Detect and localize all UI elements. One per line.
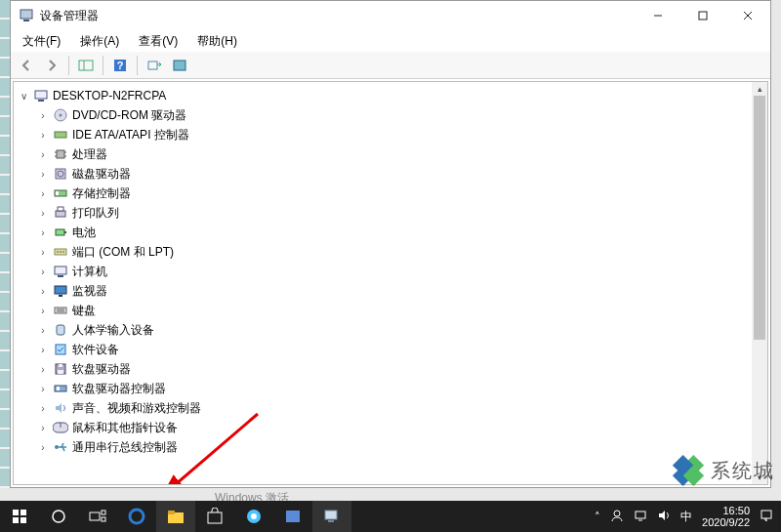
tree-item[interactable]: ›存储控制器 (14, 184, 752, 203)
expand-icon[interactable]: › (37, 246, 49, 258)
menu-file[interactable]: 文件(F) (17, 31, 66, 52)
tray-chevron-up-icon[interactable]: ˄ (595, 511, 600, 523)
expand-icon[interactable]: › (37, 305, 49, 316)
printer-icon (53, 205, 68, 221)
svg-rect-46 (55, 386, 66, 391)
taskbar-app-generic[interactable] (273, 501, 312, 532)
svg-rect-16 (55, 132, 66, 138)
taskbar-app-edge[interactable] (117, 501, 156, 532)
close-button[interactable] (725, 1, 770, 30)
cortana-button[interactable] (39, 501, 78, 532)
tree-item[interactable]: ›鼠标和其他指针设备 (14, 418, 752, 437)
expand-icon[interactable]: › (37, 441, 49, 453)
expand-icon[interactable]: › (37, 148, 49, 160)
tray-notifications-icon[interactable] (760, 509, 773, 524)
svg-rect-61 (21, 517, 26, 523)
tree-item[interactable]: ›软件设备 (14, 340, 752, 359)
tray-network-icon[interactable] (634, 509, 647, 524)
expand-icon[interactable]: › (37, 109, 49, 121)
tree-item[interactable]: ›人体学输入设备 (14, 320, 752, 340)
tree-root[interactable]: ∨ DESKTOP-N2FRCPA (14, 86, 752, 105)
expand-icon[interactable]: › (37, 344, 49, 355)
svg-point-71 (251, 513, 257, 519)
svg-rect-44 (59, 364, 62, 367)
keyboard-icon (53, 303, 68, 318)
tree-item[interactable]: ›监视器 (14, 281, 752, 301)
pc-icon (53, 264, 68, 279)
expand-icon[interactable]: › (37, 187, 49, 199)
svg-rect-37 (59, 295, 62, 297)
tree-item[interactable]: ›处理器 (14, 144, 752, 164)
minimize-button[interactable] (636, 1, 680, 30)
expand-icon[interactable]: › (37, 129, 49, 141)
tray-people-icon[interactable] (610, 509, 624, 524)
device-tree[interactable]: ∨ DESKTOP-N2FRCPA ›DVD/CD-ROM 驱动器›IDE AT… (14, 82, 752, 484)
expand-icon[interactable]: › (37, 324, 49, 336)
svg-rect-42 (56, 345, 65, 354)
tree-item[interactable]: ›软盘驱动器 (14, 359, 752, 379)
expand-icon[interactable]: › (37, 363, 49, 375)
taskbar-app-device-manager[interactable] (312, 501, 351, 532)
menu-action[interactable]: 操作(A) (74, 31, 125, 52)
tree-item[interactable]: ›声音、视频和游戏控制器 (14, 398, 752, 418)
tray-ime-icon[interactable]: 中 (680, 509, 692, 525)
expand-icon[interactable]: › (37, 402, 49, 414)
svg-rect-11 (174, 61, 185, 70)
tree-item-label: 人体学输入设备 (72, 322, 154, 339)
clock-time: 16:50 (702, 505, 750, 516)
sound-icon (53, 400, 68, 416)
tree-item-label: 鼠标和其他指针设备 (72, 420, 178, 436)
tree-item[interactable]: ›电池 (14, 223, 752, 242)
taskbar-app-explorer[interactable] (156, 501, 195, 532)
tree-item[interactable]: ›IDE ATA/ATAPI 控制器 (14, 125, 752, 144)
taskbar-clock[interactable]: 16:50 2020/9/22 (702, 505, 750, 528)
scroll-up-button[interactable]: ▴ (752, 82, 767, 96)
tree-item[interactable]: ›端口 (COM 和 LPT) (14, 242, 752, 262)
tree-item[interactable]: ›计算机 (14, 262, 752, 281)
expand-icon[interactable]: › (37, 168, 49, 180)
system-tray[interactable]: ˄ 中 16:50 2020/9/22 (587, 505, 781, 528)
tree-item[interactable]: ›软盘驱动器控制器 (14, 379, 752, 398)
svg-rect-63 (90, 512, 100, 520)
forward-button[interactable] (40, 54, 63, 77)
expand-icon[interactable]: › (37, 207, 49, 219)
menu-view[interactable]: 查看(V) (133, 31, 184, 52)
expand-icon[interactable]: › (37, 266, 49, 277)
tree-item[interactable]: ›打印队列 (14, 203, 752, 223)
port-icon (53, 244, 68, 260)
taskbar-app-store[interactable] (195, 501, 234, 532)
scan-hardware-button[interactable] (143, 54, 166, 77)
taskbar-app-browser[interactable] (234, 501, 273, 532)
expand-icon[interactable]: › (37, 422, 49, 433)
help-button[interactable]: ? (108, 54, 132, 77)
taskbar[interactable]: ˄ 中 16:50 2020/9/22 (0, 501, 781, 532)
back-button[interactable] (15, 54, 38, 77)
tree-item[interactable]: ›磁盘驱动器 (14, 164, 752, 184)
titlebar[interactable]: 设备管理器 (11, 1, 770, 30)
clock-date: 2020/9/22 (702, 516, 750, 528)
properties-button[interactable] (168, 54, 191, 77)
collapse-icon[interactable]: ∨ (18, 90, 29, 102)
tree-item-label: 键盘 (72, 303, 96, 319)
task-view-button[interactable] (78, 501, 117, 532)
tree-item[interactable]: ›键盘 (14, 301, 752, 320)
vertical-scrollbar[interactable]: ▴ ▾ (752, 82, 767, 484)
svg-rect-25 (56, 191, 59, 195)
tree-item[interactable]: ›通用串行总线控制器 (14, 437, 752, 457)
scroll-thumb[interactable] (754, 96, 765, 340)
menu-help[interactable]: 帮助(H) (191, 31, 243, 52)
svg-rect-73 (325, 511, 337, 519)
svg-rect-45 (58, 370, 63, 374)
expand-icon[interactable]: › (37, 226, 49, 238)
show-hide-console-tree-button[interactable] (74, 54, 98, 77)
tree-item[interactable]: ›DVD/CD-ROM 驱动器 (14, 105, 752, 125)
expand-icon[interactable]: › (37, 285, 49, 297)
start-button[interactable] (0, 501, 39, 532)
svg-rect-29 (64, 231, 66, 233)
expand-icon[interactable]: › (37, 383, 49, 394)
tree-item-label: DVD/CD-ROM 驱动器 (72, 107, 186, 124)
tray-volume-icon[interactable] (657, 509, 671, 524)
device-manager-window: 设备管理器 文件(F) 操作(A) 查看(V) 帮助(H) ? ∨ DESKTO… (10, 0, 771, 488)
maximize-button[interactable] (680, 1, 725, 30)
svg-rect-28 (56, 229, 64, 235)
